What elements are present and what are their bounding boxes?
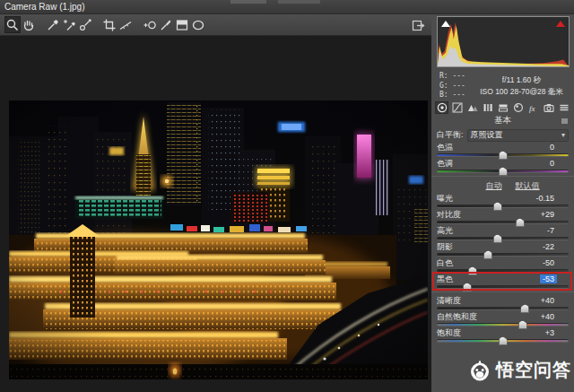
default-link[interactable]: 默认值 — [516, 180, 540, 191]
slider-label: 白色 — [437, 257, 453, 269]
slider-value[interactable]: +3 — [545, 328, 569, 337]
slider-value[interactable]: +40 — [541, 296, 569, 305]
radial-filter-icon — [191, 18, 205, 32]
slider-contrast: 对比度+29 — [437, 210, 569, 224]
eyedropper-icon — [46, 18, 60, 32]
slider-track[interactable] — [437, 323, 569, 327]
targeted-adjustment-icon — [78, 18, 92, 32]
window-title: Camera Raw (1.jpg) — [4, 2, 84, 12]
camera-icon — [544, 102, 554, 113]
auto-link[interactable]: 自动 — [486, 180, 502, 191]
slider-label: 高光 — [437, 225, 453, 237]
rgb-r: R: --- — [439, 72, 472, 82]
hand-tool-button[interactable] — [21, 16, 37, 33]
slider-value[interactable]: +40 — [541, 312, 569, 321]
slider-tint: 色调0 — [437, 159, 569, 173]
slider-track[interactable] — [437, 221, 569, 224]
white-balance-row: 白平衡: 原照设置 ▾ — [437, 128, 569, 142]
tab-presets[interactable] — [557, 101, 570, 114]
tab-hsl-grayscale[interactable] — [481, 101, 494, 114]
slider-value[interactable]: +29 — [541, 210, 569, 219]
red-eye-tool-button[interactable] — [142, 16, 158, 33]
tab-tone-curve[interactable] — [450, 101, 464, 114]
slider-track[interactable] — [437, 205, 569, 208]
slider-value[interactable]: -22 — [543, 242, 569, 251]
straighten-tool-button[interactable] — [117, 16, 134, 33]
highlight-clipping-indicator[interactable] — [554, 19, 567, 29]
slider-saturation: 饱和度+3 — [437, 328, 569, 343]
slider-value[interactable]: 0 — [550, 143, 569, 152]
color-sampler-tool-button[interactable] — [61, 16, 77, 33]
slider-label: 色温 — [437, 142, 453, 153]
zoom-tool-button[interactable] — [4, 16, 21, 33]
chevron-down-icon: ▾ — [561, 132, 565, 139]
straighten-icon — [118, 18, 133, 32]
exif-info: f/11 1.60 秒 ISO 100 28-70@28 毫米 — [472, 72, 571, 100]
tone-curve-icon — [452, 102, 463, 113]
panel-menu-icon[interactable] — [561, 118, 569, 125]
tab-split-toning[interactable] — [496, 101, 509, 114]
divider — [431, 176, 574, 177]
preview-area — [0, 14, 431, 392]
slider-track[interactable] — [437, 285, 569, 289]
slider-thumb[interactable] — [463, 283, 472, 292]
section-header: 基本 — [435, 115, 570, 126]
slider-thumb[interactable] — [499, 336, 508, 345]
image-info: R: --- G: --- B: --- f/11 1.60 秒 ISO 100… — [439, 72, 571, 100]
crop-icon — [102, 18, 117, 32]
adjustment-brush-tool-button[interactable] — [158, 16, 174, 33]
window-titlebar[interactable]: Camera Raw (1.jpg) — [0, 0, 574, 14]
slider-track[interactable] — [437, 170, 569, 173]
adjustment-brush-icon — [159, 18, 173, 32]
slider-track[interactable] — [437, 237, 569, 240]
slider-track[interactable] — [437, 339, 569, 343]
slider-value[interactable]: -7 — [547, 226, 569, 235]
svg-text:fx: fx — [529, 103, 535, 112]
slider-label: 曝光 — [437, 193, 453, 205]
slider-shadows: 阴影-22 — [437, 242, 569, 257]
tab-basic[interactable] — [435, 101, 448, 114]
rgb-readout: R: --- G: --- B: --- — [439, 72, 472, 100]
radial-filter-tool-button[interactable] — [190, 16, 206, 33]
slider-track[interactable] — [437, 153, 569, 157]
slider-value[interactable]: 0 — [550, 159, 569, 168]
histogram-graph — [438, 17, 569, 66]
tab-effects[interactable]: fx — [526, 101, 540, 114]
shadow-clipping-indicator[interactable] — [439, 19, 452, 29]
tab-lens-corrections[interactable] — [511, 101, 525, 114]
white-balance-select[interactable]: 原照设置 ▾ — [467, 129, 569, 142]
white-balance-label: 白平衡: — [437, 129, 464, 141]
white-balance-tool-button[interactable] — [45, 16, 61, 33]
histogram[interactable] — [437, 16, 570, 67]
aperture-icon — [437, 102, 448, 113]
adjustments-panel: R: --- G: --- B: --- f/11 1.60 秒 ISO 100… — [431, 14, 574, 392]
slider-label: 对比度 — [437, 209, 461, 221]
zoom-icon — [5, 18, 20, 32]
fx-icon: fx — [528, 102, 539, 113]
graduated-filter-tool-button[interactable] — [174, 16, 190, 33]
tab-detail[interactable] — [465, 101, 479, 114]
color-sampler-icon — [62, 18, 76, 32]
slider-label: 色调 — [437, 158, 453, 170]
detail-icon — [467, 102, 478, 113]
photo-canvas[interactable] — [9, 100, 428, 379]
divider — [431, 292, 574, 292]
slider-track[interactable] — [437, 269, 569, 273]
slider-track[interactable] — [437, 253, 569, 257]
split-toning-icon — [498, 102, 509, 113]
slider-value[interactable]: -50 — [543, 258, 569, 267]
hsl-icon — [483, 102, 493, 113]
tab-camera-calibration[interactable] — [542, 101, 555, 114]
background-window-artifact — [278, 0, 320, 4]
slider-value[interactable]: -53 — [540, 274, 557, 283]
watermark: 悟空问答 — [468, 358, 571, 382]
slider-track[interactable] — [437, 307, 569, 310]
toggle-fullscreen-button[interactable] — [411, 17, 427, 33]
graduated-filter-icon — [175, 18, 189, 32]
slider-clarity: 清晰度+40 — [437, 296, 569, 310]
slider-value[interactable]: -0.15 — [535, 194, 569, 203]
white-balance-value: 原照设置 — [471, 129, 503, 141]
crop-tool-button[interactable] — [101, 16, 117, 33]
targeted-adjustment-tool-button[interactable] — [77, 16, 93, 33]
slider-thumb[interactable] — [499, 167, 508, 176]
